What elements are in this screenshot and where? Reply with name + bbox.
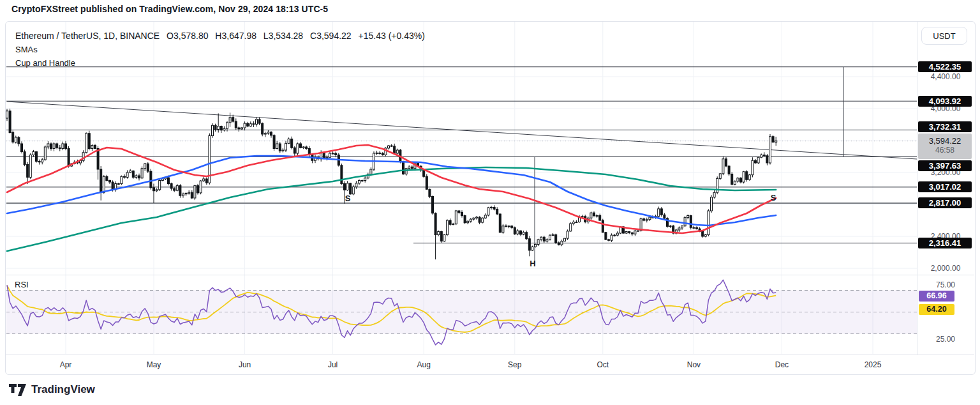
open-value: O3,578.80 xyxy=(167,31,208,41)
price-axis-label: 2,000.00 xyxy=(919,264,972,273)
time-axis-label: Nov xyxy=(687,360,701,369)
rsi-indicator-label: RSI xyxy=(15,280,29,289)
rsi-value-badge: 66.96 xyxy=(919,291,954,302)
time-axis-label: Dec xyxy=(775,360,789,369)
price-level-badge: 2,817.00 xyxy=(918,197,972,208)
low-value: L3,534.28 xyxy=(264,31,303,41)
price-level-badge: 3,397.63 xyxy=(918,160,972,171)
rsi-axis-label: 75.00 xyxy=(919,280,972,289)
change-value: +15.43 (+0.43%) xyxy=(359,31,425,41)
symbol-ohlc-row: Ethereum / TetherUS, 1D, BINANCE O3,578.… xyxy=(15,29,429,43)
sma-indicator-label: SMAs xyxy=(15,43,429,56)
price-level-badge: 4,093.92 xyxy=(918,96,972,107)
tradingview-logo-icon xyxy=(9,384,27,396)
rsi-axis-label: 25.00 xyxy=(919,335,972,344)
tradingview-published-chart: CryptoFXStreet published on TradingView.… xyxy=(0,0,980,405)
price-level-badge: 2,316.41 xyxy=(918,238,972,248)
tradingview-logo[interactable]: TradingView xyxy=(9,383,95,396)
price-level-badge: 3,732.31 xyxy=(918,121,972,132)
time-axis-label: Jul xyxy=(328,360,338,369)
current-price-value: 3,594.22 xyxy=(918,136,972,146)
time-axis-label: Aug xyxy=(417,360,431,369)
price-axis-label: 4,400.00 xyxy=(919,72,972,81)
time-axis-label: Jun xyxy=(239,360,251,369)
high-value: H3,647.98 xyxy=(215,31,256,41)
time-axis-label: May xyxy=(147,360,161,369)
symbol-title: Ethereum / TetherUS, 1D, BINANCE xyxy=(15,31,160,41)
pattern-label: Cup and Handle xyxy=(15,56,429,70)
time-axis-label: Oct xyxy=(597,360,609,369)
bar-countdown: 46:58 xyxy=(918,146,972,155)
price-level-badge: 4,522.35 xyxy=(918,61,972,72)
tradingview-logo-text: TradingView xyxy=(31,383,95,396)
rsi-value-badge: 64.20 xyxy=(919,304,954,315)
chart-legend: Ethereum / TetherUS, 1D, BINANCE O3,578.… xyxy=(15,29,429,70)
time-axis-label: 2025 xyxy=(865,360,882,369)
close-value: C3,594.22 xyxy=(310,31,352,41)
time-axis-label: Apr xyxy=(60,360,72,369)
time-axis-label: Sep xyxy=(508,360,521,369)
price-level-badge: 3,017.02 xyxy=(918,181,972,192)
current-price-badge: 3,594.2246:58 xyxy=(918,134,972,159)
